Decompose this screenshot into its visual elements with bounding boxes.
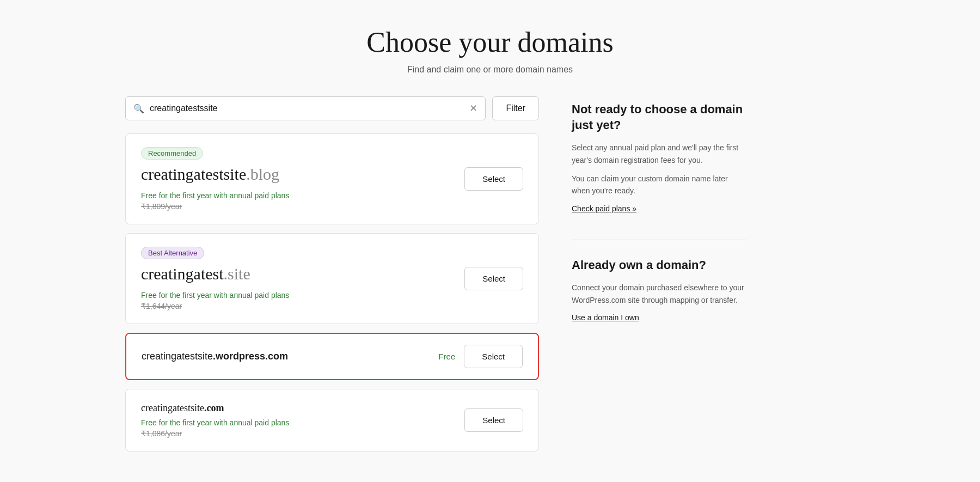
domain-price-com: ₹1,086/year (141, 429, 464, 438)
page-subtitle: Find and claim one or more domain names (366, 65, 614, 75)
badge-alternative: Best Alternative (141, 247, 204, 259)
domain-info-site: Best Alternative creatingatest.site Free… (141, 247, 464, 310)
sidebar-title-2: Already own a domain? (572, 258, 746, 273)
domain-free-text-site: Free for the first year with annual paid… (141, 291, 464, 300)
sidebar-para-1b: You can claim your custom domain name la… (572, 173, 746, 197)
search-icon: 🔍 (133, 103, 144, 114)
domain-free-text-blog: Free for the first year with annual paid… (141, 191, 464, 200)
domain-card-header-com: creatingatestsite.com Free for the first… (141, 402, 523, 438)
select-button-com[interactable]: Select (464, 408, 523, 432)
select-button-blog[interactable]: Select (464, 167, 523, 191)
sidebar-title-1: Not ready to choose a domain just yet? (572, 102, 746, 133)
domain-card-com: creatingatestsite.com Free for the first… (125, 389, 539, 452)
page-wrapper: Choose your domains Find and claim one o… (0, 0, 980, 482)
page-header: Choose your domains Find and claim one o… (366, 26, 614, 75)
search-input-wrapper: 🔍 ✕ (125, 96, 486, 120)
main-content: 🔍 ✕ Filter Recommended creatingatestsite… (125, 96, 855, 460)
domain-card-blog: Recommended creatingatestsite.blog Free … (125, 133, 539, 224)
domain-name-site: creatingatest.site (141, 265, 464, 283)
select-button-wordpress[interactable]: Select (464, 345, 523, 368)
sidebar-section-paid-plans: Not ready to choose a domain just yet? S… (572, 102, 746, 213)
domain-name-wordpress: creatingatestsite.wordpress.com (142, 351, 288, 362)
divider (572, 240, 746, 240)
left-column: 🔍 ✕ Filter Recommended creatingatestsite… (125, 96, 539, 460)
domain-info-com: creatingatestsite.com Free for the first… (141, 402, 464, 438)
sidebar-para-1a: Select any annual paid plan and we'll pa… (572, 142, 746, 166)
use-domain-i-own-link[interactable]: Use a domain I own (572, 313, 639, 322)
domain-free-badge-wordpress: Free (438, 352, 455, 361)
domain-tld-blog: .blog (246, 165, 279, 183)
domain-tld-com: .com (204, 402, 224, 413)
domain-free-text-com: Free for the first year with annual paid… (141, 418, 464, 427)
domain-base-site: creatingatest (141, 265, 224, 283)
domain-right-wordpress: Free Select (438, 345, 523, 368)
domain-price-site: ₹1,644/year (141, 302, 464, 310)
domain-card-wordpress: creatingatestsite.wordpress.com Free Sel… (125, 333, 539, 380)
sidebar-section-own-domain: Already own a domain? Connect your domai… (572, 258, 746, 322)
domain-tld-site: .site (224, 265, 250, 283)
domain-base-com: creatingatestsite (141, 402, 204, 413)
badge-recommended: Recommended (141, 147, 203, 160)
domain-base-blog: creatingatestsite (141, 165, 246, 183)
domain-tld-wordpress: .wordpress.com (213, 351, 288, 362)
sidebar-para-2a: Connect your domain purchased elsewhere … (572, 282, 746, 306)
filter-button[interactable]: Filter (492, 96, 539, 120)
clear-icon[interactable]: ✕ (469, 102, 477, 114)
domain-name-com: creatingatestsite.com (141, 402, 464, 414)
domain-card-header-site: Best Alternative creatingatest.site Free… (141, 247, 523, 310)
page-title: Choose your domains (366, 26, 614, 58)
right-column: Not ready to choose a domain just yet? S… (572, 96, 746, 460)
domain-price-blog: ₹1,809/year (141, 202, 464, 211)
domain-info-blog: Recommended creatingatestsite.blog Free … (141, 147, 464, 211)
domain-card-header-blog: Recommended creatingatestsite.blog Free … (141, 147, 523, 211)
check-paid-plans-link[interactable]: Check paid plans » (572, 204, 636, 213)
domain-base-wordpress: creatingatestsite (142, 351, 213, 362)
domain-card-site: Best Alternative creatingatest.site Free… (125, 233, 539, 324)
domain-name-blog: creatingatestsite.blog (141, 165, 464, 184)
search-input[interactable] (150, 103, 469, 113)
select-button-site[interactable]: Select (464, 267, 523, 290)
search-bar: 🔍 ✕ Filter (125, 96, 539, 120)
